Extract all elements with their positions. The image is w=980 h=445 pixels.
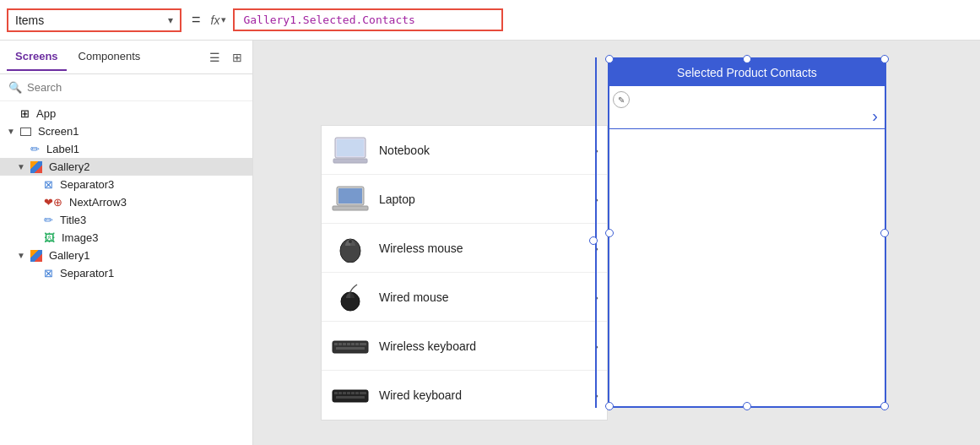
wired-mouse-title: Wired mouse [379,290,586,304]
tree-panel: ⊞ App ▼ Screen1 ✏ Label1 ▼ Gallery2 [0,101,252,445]
search-box: 🔍 [0,74,252,101]
gallery1-next-arrow[interactable]: › [872,106,878,126]
name-selector-chevron[interactable]: ▾ [168,14,173,26]
svg-rect-10 [334,343,338,345]
handle-bl[interactable] [605,402,614,410]
gallery2-item-notebook[interactable]: Notebook › [322,126,607,175]
name-selector-input[interactable]: Items [15,14,163,27]
svg-rect-19 [334,392,338,394]
handle-tr[interactable] [880,55,889,63]
tree-item-image3[interactable]: 🖼 Image3 [0,229,252,247]
formula-bar[interactable]: Gallery1.Selected.Contacts [233,8,503,31]
image3-icon: 🖼 [44,231,55,244]
gallery2-icon [30,161,42,173]
title3-icon: ✏ [44,214,53,226]
notebook-image [330,135,371,166]
tree-label-app: App [36,107,56,120]
label1-icon: ✏ [30,143,40,155]
svg-rect-13 [347,343,350,345]
tree-arrow-gallery2: ▼ [17,162,27,171]
wireless-keyboard-image [330,331,371,361]
tree-item-title3[interactable]: ✏ Title3 [0,211,252,229]
svg-rect-17 [336,347,365,350]
tree-label-gallery2: Gallery2 [49,160,89,173]
svg-rect-22 [347,392,350,394]
handle-tm[interactable] [743,55,751,63]
handle-bm[interactable] [743,402,751,410]
handle-br[interactable] [880,402,889,410]
list-view-icon[interactable]: ☰ [206,49,224,66]
tree-item-gallery1[interactable]: ▼ Gallery1 [0,247,252,264]
svg-rect-25 [360,392,366,394]
handle-ml[interactable] [605,229,614,237]
tree-arrow-screen1: ▼ [7,127,17,136]
gallery1-widget[interactable]: Selected Product Contacts ✎ › [608,57,886,408]
tree-item-nextarrow3[interactable]: ❤⊕ NextArrow3 [0,193,252,211]
equals-sign: = [188,11,204,29]
svg-rect-24 [355,392,359,394]
handle-mr[interactable] [880,229,889,237]
gallery1-icon [30,250,42,262]
laptop-title: Laptop [379,193,586,206]
wireless-keyboard-title: Wireless keyboard [379,339,586,353]
grid-view-icon[interactable]: ⊞ [229,49,246,66]
svg-point-7 [349,240,352,243]
name-selector-box[interactable]: Items ▾ [7,8,181,32]
separator1-icon: ⊠ [44,267,53,279]
wired-keyboard-title: Wired keyboard [379,388,586,402]
tree-item-label1[interactable]: ✏ Label1 [0,140,252,158]
svg-rect-20 [338,392,342,394]
tree-item-screen1[interactable]: ▼ Screen1 [0,122,252,140]
tab-screens[interactable]: Screens [7,43,67,71]
fx-button[interactable]: fx ▾ [211,14,227,27]
gallery2-handle-mid[interactable] [589,236,598,245]
svg-rect-26 [336,396,365,399]
tree-item-separator3[interactable]: ⊠ Separator3 [0,176,252,193]
panel-tabs: Screens Components ☰ ⊞ [0,41,252,74]
tree-item-gallery2[interactable]: ▼ Gallery2 [0,158,252,176]
svg-rect-15 [355,343,359,345]
svg-rect-5 [333,206,368,210]
tree-arrow-gallery1: ▼ [17,251,27,260]
svg-rect-21 [343,392,346,394]
notebook-title: Notebook [379,144,586,157]
toolbar: Items ▾ = fx ▾ Gallery1.Selected.Contact… [0,0,980,41]
svg-rect-23 [351,392,355,394]
svg-rect-4 [338,188,362,204]
laptop-image [330,184,371,214]
tab-components[interactable]: Components [70,43,149,71]
separator3-icon: ⊠ [44,178,53,191]
svg-rect-12 [343,343,346,345]
tree-label-title3: Title3 [60,214,86,226]
gallery2-item-wired-mouse[interactable]: Wired mouse › [322,273,607,322]
gallery2-item-wireless-mouse[interactable]: Wireless mouse › [322,224,607,273]
search-input[interactable] [27,81,244,94]
edit-icon[interactable]: ✎ [613,91,630,108]
app-icon: ⊞ [20,107,30,120]
tree-item-separator1[interactable]: ⊠ Separator1 [0,264,252,282]
gallery2-item-laptop[interactable]: Laptop › [322,175,607,224]
tree-item-app[interactable]: ⊞ App [0,105,252,122]
gallery1-separator [609,128,885,129]
tree-label-gallery1: Gallery1 [49,249,89,262]
wired-keyboard-image [330,380,371,410]
tree-label-nextarrow3: NextArrow3 [69,196,127,209]
tree-label-label1: Label1 [46,143,79,155]
wireless-mouse-title: Wireless mouse [379,241,586,255]
tree-label-screen1: Screen1 [38,125,79,138]
screen1-icon [20,128,31,136]
tree-label-separator3: Separator3 [60,178,114,191]
wireless-mouse-image [330,233,371,263]
svg-rect-14 [351,343,355,345]
gallery2-item-wired-keyboard[interactable]: Wired keyboard › [322,371,607,420]
nextarrow3-icon: ❤⊕ [44,196,62,209]
handle-tl[interactable] [605,55,614,63]
gallery1-content: › [609,86,885,403]
gallery2-item-wireless-keyboard[interactable]: Wireless keyboard › [322,322,607,371]
canvas-area: Notebook › Laptop › [253,41,980,445]
svg-rect-2 [333,159,367,163]
gallery2-widget[interactable]: Notebook › Laptop › [321,125,608,421]
left-panel: Screens Components ☰ ⊞ 🔍 ⊞ App ▼ [0,41,253,445]
search-icon: 🔍 [8,81,22,94]
svg-rect-11 [338,343,342,345]
